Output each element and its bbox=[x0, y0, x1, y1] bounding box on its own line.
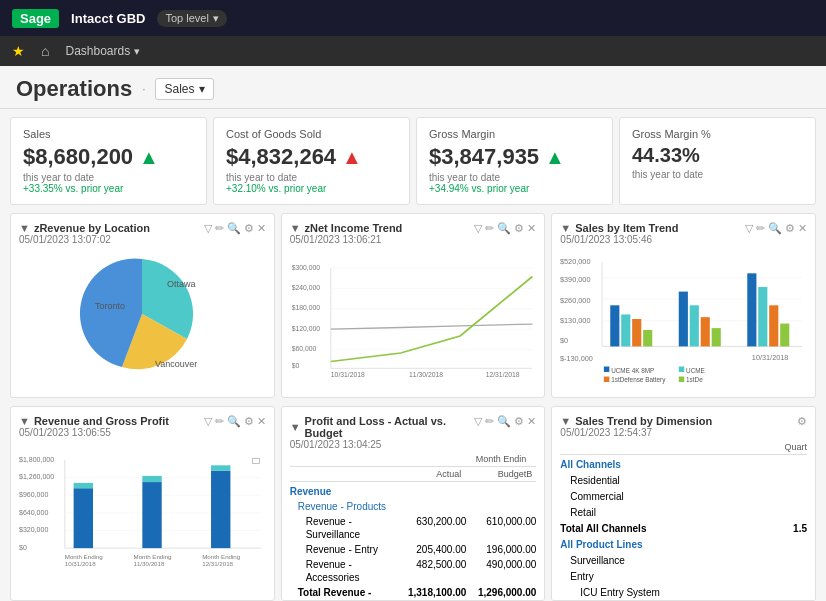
sales-item-trend-card: ▼ Sales by Item Trend 05/01/2023 13:05:4… bbox=[551, 213, 816, 398]
svg-rect-32 bbox=[632, 319, 641, 346]
pnl-row: Revenue - Products bbox=[290, 499, 537, 514]
svg-text:$640,000: $640,000 bbox=[19, 509, 48, 516]
chart-date-revgp: 05/01/2023 13:06:55 bbox=[19, 427, 169, 438]
kpi-gm-sub: this year to date bbox=[429, 172, 600, 183]
pnl-row: Revenue - Entry205,400.00196,000.00 bbox=[290, 542, 537, 557]
collapse-icon-income[interactable]: ▼ bbox=[290, 222, 301, 234]
pnl-row: Total Revenue - Products1,318,100.001,29… bbox=[290, 585, 537, 601]
sales-filter-dropdown[interactable]: Sales ▾ bbox=[155, 78, 213, 100]
chart-date-income: 05/01/2023 13:06:21 bbox=[290, 234, 403, 245]
svg-rect-68 bbox=[211, 465, 230, 470]
kpi-row: Sales $8,680,200 ▲ this year to date +33… bbox=[0, 109, 826, 213]
chart-header-dim: ▼ Sales Trend by Dimension 05/01/2023 12… bbox=[560, 415, 807, 438]
svg-text:$180,000: $180,000 bbox=[291, 304, 320, 311]
pnl-sub-headers: Actual Budget B bbox=[290, 469, 537, 482]
svg-text:Month Ending: Month Ending bbox=[202, 553, 241, 560]
svg-text:$1,800,000: $1,800,000 bbox=[19, 456, 54, 463]
chart-icons-income: ▽ ✏ 🔍 ⚙ ✕ bbox=[474, 222, 536, 235]
second-nav: ★ ⌂ Dashboards ▾ bbox=[0, 36, 826, 66]
kpi-gross-margin-pct: Gross Margin % 44.33% this year to date bbox=[619, 117, 816, 205]
svg-text:$240,000: $240,000 bbox=[291, 284, 320, 291]
pnl-row: Revenue bbox=[290, 484, 537, 499]
svg-text:Vancouver: Vancouver bbox=[155, 359, 197, 369]
svg-rect-33 bbox=[643, 330, 652, 346]
dim-row: Residential bbox=[560, 473, 807, 489]
svg-text:11/30/2018: 11/30/2018 bbox=[409, 371, 443, 378]
svg-rect-36 bbox=[701, 317, 710, 346]
bottom-chart-row: ▼ Revenue and Gross Profit 05/01/2023 13… bbox=[0, 406, 826, 601]
kpi-gmp-value: 44.33% bbox=[632, 144, 803, 167]
kpi-gm-label: Gross Margin bbox=[429, 128, 600, 140]
svg-rect-75 bbox=[252, 458, 259, 463]
svg-text:$120,000: $120,000 bbox=[291, 325, 320, 332]
top-level-badge[interactable]: Top level ▾ bbox=[157, 10, 226, 27]
kpi-cogs-arrow: ▲ bbox=[342, 146, 362, 169]
bar-chart-item: $520,000 $390,000 $260,000 $130,000 $0 $… bbox=[560, 249, 807, 389]
svg-text:10/31/2018: 10/31/2018 bbox=[752, 353, 789, 362]
chart-title-dim: Sales Trend by Dimension bbox=[575, 415, 712, 427]
home-icon[interactable]: ⌂ bbox=[41, 43, 49, 59]
svg-rect-65 bbox=[142, 482, 161, 548]
svg-text:UCME 4K 8MP: UCME 4K 8MP bbox=[611, 367, 654, 374]
svg-text:$260,000: $260,000 bbox=[560, 296, 590, 305]
kpi-sales-value: $8,680,200 ▲ bbox=[23, 144, 194, 170]
collapse-icon-dim[interactable]: ▼ bbox=[560, 415, 571, 427]
kpi-cogs-change: +32.10% vs. prior year bbox=[226, 183, 397, 194]
sales-trend-dimension-card: ▼ Sales Trend by Dimension 05/01/2023 12… bbox=[551, 406, 816, 601]
dim-row: Total All Channels1.5 bbox=[560, 521, 807, 537]
svg-text:$300,000: $300,000 bbox=[291, 264, 320, 271]
collapse-icon-item[interactable]: ▼ bbox=[560, 222, 571, 234]
chart-icons-pnl: ▽ ✏ 🔍 ⚙ ✕ bbox=[474, 415, 536, 428]
svg-rect-66 bbox=[142, 476, 161, 482]
collapse-icon-revenue[interactable]: ▼ bbox=[19, 222, 30, 234]
kpi-sales-arrow: ▲ bbox=[139, 146, 159, 169]
pnl-rows: Revenue Revenue - Products Revenue - Sur… bbox=[290, 484, 537, 601]
kpi-gmp-label: Gross Margin % bbox=[632, 128, 803, 140]
chart-title-income: zNet Income Trend bbox=[305, 222, 403, 234]
svg-text:Month Ending: Month Ending bbox=[134, 553, 173, 560]
app-title: Intacct GBD bbox=[71, 11, 145, 26]
svg-rect-38 bbox=[748, 273, 757, 346]
pnl-row: Revenue - Accessories482,500.00490,000.0… bbox=[290, 557, 537, 585]
favorite-star[interactable]: ★ bbox=[12, 43, 25, 59]
page-header: Operations · Sales ▾ bbox=[0, 66, 826, 109]
kpi-sales-sub: this year to date bbox=[23, 172, 194, 183]
svg-text:11/30/2018: 11/30/2018 bbox=[134, 560, 165, 567]
chart-icons-dim: ⚙ bbox=[797, 415, 807, 428]
svg-text:$0: $0 bbox=[560, 336, 568, 345]
svg-rect-47 bbox=[604, 377, 609, 382]
svg-rect-45 bbox=[679, 367, 684, 372]
kpi-sales-change: +33.35% vs. prior year bbox=[23, 183, 194, 194]
dim-row: Entry bbox=[560, 569, 807, 585]
svg-text:1stDe: 1stDe bbox=[686, 376, 703, 383]
chart-title-revgp: Revenue and Gross Profit bbox=[34, 415, 169, 427]
chart-title-pnl: Profit and Loss - Actual vs. Budget bbox=[305, 415, 475, 439]
svg-text:Ottawa: Ottawa bbox=[167, 279, 196, 289]
header-dash: · bbox=[142, 82, 145, 96]
pnl-row: Revenue - Surveillance630,200.00610,000.… bbox=[290, 514, 537, 542]
kpi-cogs-value: $4,832,264 ▲ bbox=[226, 144, 397, 170]
collapse-icon-pnl[interactable]: ▼ bbox=[290, 421, 301, 433]
chart-icons-revenue: ▽ ✏ 🔍 ⚙ ✕ bbox=[204, 222, 266, 235]
svg-text:$320,000: $320,000 bbox=[19, 526, 48, 533]
chart-date-revenue: 05/01/2023 13:07:02 bbox=[19, 234, 150, 245]
svg-text:$0: $0 bbox=[291, 362, 299, 369]
dim-col-header: Quart bbox=[560, 442, 807, 455]
chart-header-pnl: ▼ Profit and Loss - Actual vs. Budget 05… bbox=[290, 415, 537, 450]
svg-text:$960,000: $960,000 bbox=[19, 491, 48, 498]
svg-text:$390,000: $390,000 bbox=[560, 275, 590, 284]
chart-header-income: ▼ zNet Income Trend 05/01/2023 13:06:21 … bbox=[290, 222, 537, 245]
revenue-by-location-card: ▼ zRevenue by Location 05/01/2023 13:07:… bbox=[10, 213, 275, 398]
kpi-gm-arrow: ▲ bbox=[545, 146, 565, 169]
collapse-icon-revgp[interactable]: ▼ bbox=[19, 415, 30, 427]
kpi-gross-margin: Gross Margin $3,847,935 ▲ this year to d… bbox=[416, 117, 613, 205]
svg-rect-49 bbox=[679, 377, 684, 382]
kpi-sales-label: Sales bbox=[23, 128, 194, 140]
svg-rect-41 bbox=[780, 324, 789, 347]
page-title: Operations bbox=[16, 76, 132, 102]
dim-row: Surveillance bbox=[560, 553, 807, 569]
pie-chart-revenue: Ottawa Vancouver Toronto bbox=[19, 249, 266, 379]
svg-text:$130,000: $130,000 bbox=[560, 316, 590, 325]
svg-text:$60,000: $60,000 bbox=[291, 345, 316, 352]
chart-header-revenue: ▼ zRevenue by Location 05/01/2023 13:07:… bbox=[19, 222, 266, 245]
